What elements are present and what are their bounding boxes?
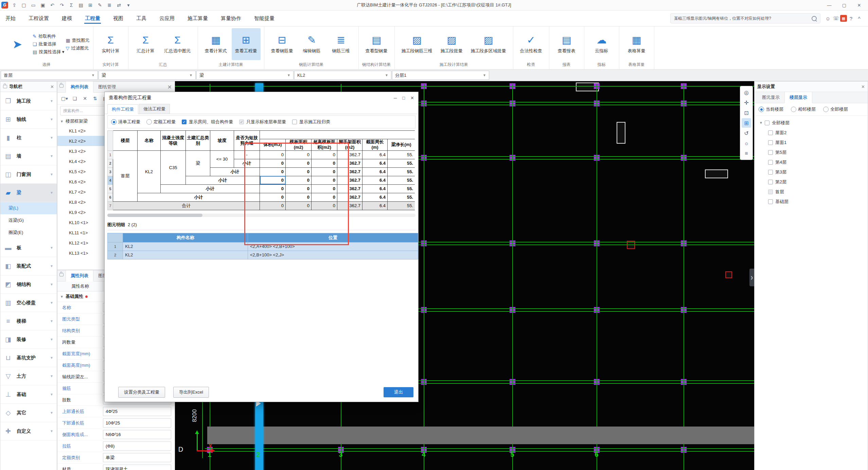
horizontal-scrollbar[interactable] <box>107 214 415 217</box>
exit-button[interactable]: 退出 <box>384 387 413 397</box>
nav-item[interactable]: ⊔ 基坑支护 ▼ <box>0 349 57 367</box>
ribbon-button[interactable]: ▤ 查看型钢量 <box>362 28 391 60</box>
open-folder-icon[interactable]: ▭ <box>29 1 38 9</box>
chevron-icon[interactable]: ▼ <box>50 393 53 396</box>
pan-icon[interactable]: ✛ <box>742 98 751 107</box>
checkbox-icon[interactable] <box>768 189 773 194</box>
radio-list-quantity[interactable]: 清单工程量 <box>111 119 140 125</box>
property-value-field[interactable]: (Φ8) <box>103 441 171 451</box>
maximize-button[interactable]: ▢ <box>837 1 852 10</box>
close-button[interactable]: ✕ <box>852 1 867 10</box>
nav-item[interactable]: ⊥ 基础 ▼ <box>0 385 57 404</box>
expand-triangle-icon[interactable]: ▼ <box>60 295 64 299</box>
detail-row[interactable]: 2 KL2 <2,B+100> <2,J> <box>108 251 418 259</box>
chevron-icon[interactable]: ▼ <box>50 283 53 286</box>
close-icon[interactable]: ✕ <box>167 84 172 90</box>
nav-item[interactable]: ❒ 施工段 ▼ <box>0 92 57 110</box>
save-icon[interactable]: ▣ <box>38 1 47 9</box>
quantity-table[interactable]: 楼层 名称 混凝土强度等级 土建汇总类别 坡度 是否为短肢剪力墙 体积(m3) … <box>107 130 415 210</box>
dialog-close-button[interactable]: ✕ <box>410 95 414 101</box>
chevron-icon[interactable]: ▼ <box>50 319 53 323</box>
dialog-tab[interactable]: 构件工程量 <box>107 104 138 114</box>
expand-triangle-icon[interactable]: ▼ <box>60 120 64 123</box>
checkbox-icon[interactable] <box>768 130 773 135</box>
checkbox-section-group[interactable]: 显示施工段归类 <box>292 119 330 125</box>
qat-more-icon[interactable]: ▾ <box>124 1 133 9</box>
nav-item[interactable]: ✚ 自定义 ▼ <box>0 422 57 440</box>
dialog-minimize-button[interactable]: ─ <box>394 95 397 101</box>
close-icon[interactable]: ✕ <box>861 84 865 89</box>
chevron-icon[interactable]: ▼ <box>50 173 53 176</box>
floor-tree-item[interactable]: 第3层 <box>759 167 868 177</box>
nav-sub-item[interactable]: 连梁(G) <box>0 214 57 227</box>
main-tab[interactable]: 视图 <box>112 12 124 25</box>
new-file-icon[interactable]: ▢ <box>19 1 28 9</box>
close-icon[interactable]: ✕ <box>50 84 54 89</box>
nav-item[interactable]: ▮ 柱 ▼ <box>0 129 57 147</box>
chevron-icon[interactable]: ▼ <box>50 338 53 341</box>
context-dropdown[interactable]: 首层 ▼ <box>1 71 98 80</box>
context-dropdown[interactable]: 梁 ▼ <box>99 71 196 80</box>
nav-item[interactable]: ◇ 其它 ▼ <box>0 404 57 422</box>
floor-tree-item[interactable]: 第5层 <box>759 147 868 157</box>
doc-transfer-icon[interactable]: ⇄ <box>114 1 123 9</box>
ribbon-small-button[interactable]: ▤ 按属性选择 ▾ <box>33 49 64 55</box>
checkbox-icon[interactable] <box>768 160 773 165</box>
nav-item[interactable]: ▰ 梁 ▼ <box>0 184 57 202</box>
checkbox-icon[interactable] <box>768 180 773 184</box>
checkbox-icon[interactable] <box>768 150 773 155</box>
floor-tree-item[interactable]: 屋面1 <box>759 138 868 147</box>
context-dropdown[interactable]: KL2 ▼ <box>294 71 391 80</box>
property-value-field[interactable]: 4Φᶠ25 <box>103 407 171 416</box>
checkbox-icon[interactable] <box>768 170 773 175</box>
help-search-box[interactable]: 某榀三维显示图元/轴网有错位，位置不对应如何处理? <box>670 13 820 23</box>
lock-icon[interactable] <box>59 84 64 88</box>
ribbon-button[interactable]: ≣ 钢筋三维 <box>327 28 355 60</box>
publish-upload-icon[interactable]: ⇪ <box>10 1 19 9</box>
chevron-icon[interactable]: ▼ <box>50 136 53 140</box>
chevron-icon[interactable]: ▼ <box>50 374 53 378</box>
new-component-icon[interactable]: ▢▾ <box>60 94 69 103</box>
checkbox-icon[interactable] <box>765 121 769 125</box>
summary-calc-icon[interactable]: Σ <box>67 1 76 9</box>
main-tab[interactable]: 算量协作 <box>220 12 242 25</box>
previous-view-icon[interactable]: ↺ <box>742 128 751 138</box>
nav-item[interactable]: ▤ 墙 ▼ <box>0 147 57 165</box>
lock-icon[interactable] <box>3 85 7 88</box>
table-row[interactable]: 1 首层 KL2 C35 梁 <= 30 - 00 0362.7 6.455. <box>108 150 415 159</box>
red-app-icon[interactable]: ▦ <box>840 15 847 22</box>
view-quantity-icon[interactable]: ⊞ <box>86 1 95 9</box>
nav-item[interactable]: ◩ 钢结构 ▼ <box>0 275 57 294</box>
dialog-maximize-button[interactable]: □ <box>402 95 405 101</box>
ribbon-button[interactable]: Σ 汇总选中图元 <box>161 28 194 60</box>
nav-sub-item[interactable]: 梁(L) <box>0 202 57 214</box>
copy-component-icon[interactable]: ❏ <box>70 94 79 103</box>
nav-item[interactable]: ◫ 门窗洞 ▼ <box>0 165 57 184</box>
element-detail-table[interactable]: 构件名称 位置 1 KL2 <2,A+400> <2,B+100> 2 KL2 <box>107 233 418 259</box>
interlayer-copy-icon[interactable]: ⇅ <box>91 94 100 103</box>
collapse-right-handle[interactable]: ❯ <box>749 269 754 286</box>
set-classification-button[interactable]: 设置分类及工程量 <box>118 387 165 398</box>
view-settings-icon[interactable]: ☼ <box>742 139 751 148</box>
checkbox-show-room[interactable]: ✓ 显示房间、组合构件量 <box>182 119 233 125</box>
nav-item[interactable]: ◨ 装修 ▼ <box>0 330 57 349</box>
ribbon-button[interactable]: ▦ 表格算量 <box>623 28 651 60</box>
ribbon-button[interactable]: ⊟ 查看钢筋量 <box>268 28 297 60</box>
ribbon-button[interactable]: ▨ 施工段多区域提量 <box>467 28 510 60</box>
panel-tab[interactable]: 图元显示 <box>757 92 784 103</box>
radio-current-floor[interactable]: 当前楼层 <box>759 106 783 112</box>
ribbon-button[interactable]: ✓ 合法性检查 <box>517 28 546 60</box>
nav-item[interactable]: ⊞ 轴线 ▼ <box>0 110 57 129</box>
nav-item[interactable]: ▬ 板 ▼ <box>0 239 57 257</box>
ribbon-button[interactable]: ▨ 施工段提量 <box>437 28 466 60</box>
search-icon[interactable] <box>812 16 817 21</box>
panel-tab[interactable]: 楼层显示 <box>784 92 812 103</box>
ribbon-button[interactable]: ☁ 云指标 <box>588 28 616 60</box>
floor-tree-item[interactable]: 屋面2 <box>759 128 868 138</box>
floor-tree-item[interactable]: 第2层 <box>759 177 868 187</box>
chevron-icon[interactable]: ▼ <box>50 429 53 433</box>
main-tab[interactable]: 开始 <box>5 12 16 25</box>
nav-item[interactable]: ◧ 装配式 ▼ <box>0 257 57 275</box>
nav-item[interactable]: ▽ 土方 ▼ <box>0 367 57 385</box>
ribbon-small-button[interactable]: ▦ 查找图元 <box>66 37 89 43</box>
